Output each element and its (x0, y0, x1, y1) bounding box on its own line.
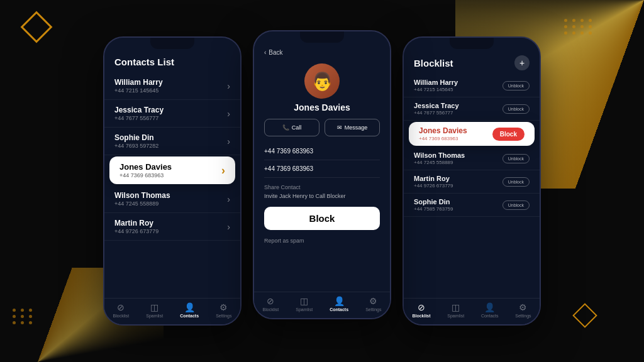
add-to-blocklist-button[interactable]: + (514, 55, 530, 70)
block-phone-martin: +44 9726 673779 (414, 183, 453, 189)
block-phone-wilson: +44 7245 558889 (414, 160, 465, 165)
contact-phone-jones: +44 7369 683963 (119, 172, 172, 178)
block-item-wilson: Wilson Thomas +44 7245 558889 Unblock (404, 147, 540, 170)
settings-icon-1: ⚙ (219, 302, 228, 312)
nav-settings-2[interactable]: ⚙ Settings (365, 296, 381, 312)
chevron-icon-jessica: › (227, 109, 230, 119)
nav-contacts-2[interactable]: 👤 Contacts (330, 296, 348, 312)
blocklist-title: Blocklist (414, 58, 453, 69)
block-phone-jones: +44 7369 683963 (419, 136, 467, 141)
contact-phone-jessica: +44 7677 556777 (114, 115, 164, 121)
message-label: Message (345, 124, 368, 131)
block-item-sophie: Sophie Din +44 7585 763759 Unblock (404, 194, 540, 217)
contact-phone-sophie: +44 7693 597282 (114, 143, 158, 149)
block-item-jessica: Jessica Tracy +44 7677 556777 Unblock (404, 97, 540, 121)
contact-item-william[interactable]: William Harry +44 7215 145645 › (104, 72, 240, 100)
back-button[interactable]: ‹ Back (254, 43, 390, 58)
nav-blocklist-3[interactable]: ⊘ Blocklist (412, 302, 430, 318)
bottom-nav-2: ⊘ Blocklist ◫ Spamlist 👤 Contacts ⚙ Sett… (254, 292, 390, 318)
phone-blocklist: Blocklist + William Harry +44 7215 14564… (402, 36, 541, 326)
blocklist-icon-1: ⊘ (117, 302, 125, 312)
contact-item-sophie[interactable]: Sophie Din +44 7693 597282 › (104, 128, 240, 155)
contact-item-wilson[interactable]: Wilson Thomas +44 7245 558889 › (104, 185, 240, 213)
chevron-icon-martin: › (227, 222, 230, 232)
call-button[interactable]: 📞 Call (264, 119, 319, 136)
phone-number-1: +44 7369 683963 (264, 143, 380, 160)
avatar-emoji: 👨 (311, 71, 333, 92)
phone-number-2: +44 7369 683963 (264, 160, 380, 178)
chevron-icon-jones: › (221, 164, 225, 177)
block-name-wilson: Wilson Thomas (414, 151, 465, 159)
notch-2 (300, 31, 344, 43)
contact-name-william: William Harry (114, 78, 163, 87)
nav-blocklist-1[interactable]: ⊘ Blocklist (113, 302, 130, 318)
block-button[interactable]: Block (264, 207, 380, 230)
block-item-william: William Harry +44 7215 145645 Unblock (404, 74, 540, 97)
nav-spamlist-3[interactable]: ◫ Spamlist (447, 302, 464, 318)
notch-3 (450, 38, 494, 49)
chevron-icon-william: › (227, 81, 230, 91)
nav-settings-3[interactable]: ⚙ Settings (515, 302, 531, 318)
blocklist-header: Blocklist + (404, 49, 540, 74)
action-buttons: 📞 Call ✉ Message (254, 119, 390, 143)
call-label: Call (292, 124, 302, 131)
invite-label: Invite Jack Henry to Call Blocker (264, 193, 380, 199)
nav-settings-1[interactable]: ⚙ Settings (216, 302, 231, 318)
contact-name-martin: Martin Roy (114, 219, 158, 228)
contacts-list-title: Contacts List (104, 49, 240, 72)
contact-name-jessica: Jessica Tracy (114, 106, 164, 114)
contact-phone-martin: +44 9726 673779 (114, 228, 158, 234)
contacts-icon-2: 👤 (334, 296, 345, 306)
message-icon: ✉ (337, 124, 342, 131)
contact-item-martin[interactable]: Martin Roy +44 9726 673779 › (104, 213, 240, 241)
contact-name-jones: Jones Davies (119, 162, 172, 172)
block-item-martin: Martin Roy +44 9726 673779 Unblock (404, 170, 540, 194)
blocklist-icon-3: ⊘ (418, 302, 425, 312)
bottom-nav-1: ⊘ Blocklist ◫ Spamlist 👤 Contacts ⚙ Sett… (104, 298, 240, 324)
phone-contact-detail: ‹ Back 👨 Jones Davies 📞 Call ✉ Message (253, 30, 391, 319)
unblock-button-sophie[interactable]: Unblock (502, 200, 530, 210)
nav-spamlist-1[interactable]: ◫ Spamlist (146, 302, 163, 318)
block-name-martin: Martin Roy (414, 175, 453, 182)
spamlist-icon-3: ◫ (452, 302, 460, 312)
contact-avatar-section: 👨 Jones Davies (254, 58, 390, 119)
block-phone-jessica: +44 7677 556777 (414, 110, 459, 116)
share-contact-label: Share Contact (264, 184, 380, 190)
unblock-button-wilson[interactable]: Unblock (502, 154, 530, 163)
block-name-sophie: Sophie Din (414, 198, 453, 206)
share-section: Share Contact Invite Jack Henry to Call … (254, 178, 390, 202)
block-name-william: William Harry (414, 79, 458, 86)
contact-phone-wilson: +44 7245 558889 (114, 200, 170, 207)
notch-1 (150, 38, 194, 49)
message-button[interactable]: ✉ Message (325, 119, 380, 136)
unblock-button-william[interactable]: Unblock (502, 81, 530, 90)
contact-name-wilson: Wilson Thomas (114, 191, 170, 200)
nav-contacts-1[interactable]: 👤 Contacts (180, 302, 199, 318)
bottom-nav-3: ⊘ Blocklist ◫ Spamlist 👤 Contacts ⚙ Sett… (404, 298, 540, 324)
block-name-jones: Jones Davies (419, 126, 467, 135)
unblock-button-martin[interactable]: Unblock (502, 177, 530, 187)
phone-numbers-section: +44 7369 683963 +44 7369 683963 (254, 143, 390, 178)
back-arrow-icon: ‹ (264, 49, 266, 56)
chevron-icon-wilson: › (227, 194, 230, 204)
nav-blocklist-2[interactable]: ⊘ Blocklist (263, 296, 279, 312)
settings-icon-3: ⚙ (519, 302, 527, 312)
contact-name-sophie: Sophie Din (114, 133, 158, 142)
nav-spamlist-2[interactable]: ◫ Spamlist (296, 296, 313, 312)
call-icon: 📞 (282, 124, 289, 131)
block-button-jones[interactable]: Block (492, 128, 525, 141)
contact-item-jones-highlighted[interactable]: Jones Davies +44 7369 683963 › (109, 156, 235, 184)
avatar: 👨 (304, 63, 340, 99)
nav-contacts-3[interactable]: 👤 Contacts (481, 302, 499, 318)
contacts-icon-3: 👤 (484, 302, 495, 312)
unblock-button-jessica[interactable]: Unblock (502, 104, 530, 114)
contact-item-jessica[interactable]: Jessica Tracy +44 7677 556777 › (104, 100, 240, 128)
spam-label: Report as spam (254, 235, 390, 246)
phones-container: Contacts List William Harry +44 7215 145… (0, 0, 644, 362)
contacts-icon-1: 👤 (184, 302, 195, 312)
settings-icon-2: ⚙ (369, 296, 377, 306)
blocklist-icon-2: ⊘ (267, 296, 274, 306)
back-label: Back (269, 49, 282, 56)
block-name-jessica: Jessica Tracy (414, 102, 459, 109)
detail-contact-name: Jones Davies (294, 102, 350, 112)
